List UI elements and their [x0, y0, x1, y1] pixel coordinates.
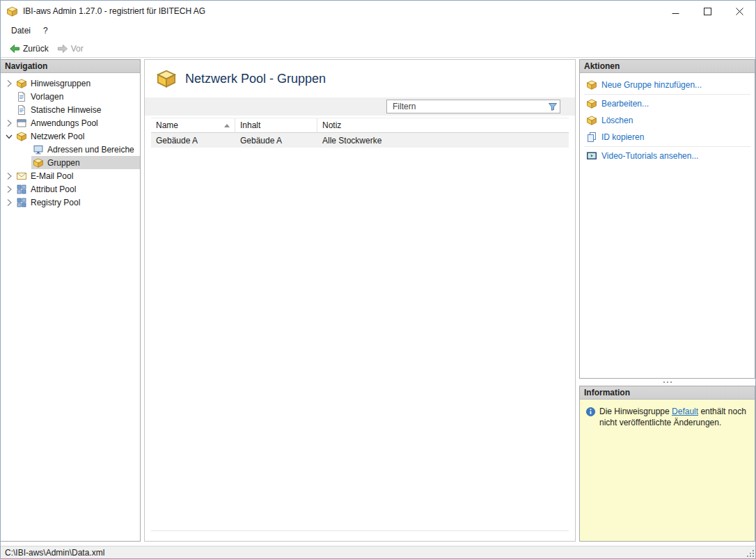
- action-copy-id[interactable]: ID kopieren: [580, 129, 755, 145]
- close-button[interactable]: [723, 1, 755, 22]
- close-icon: [736, 8, 743, 15]
- column-header-inhalt[interactable]: Inhalt: [235, 118, 317, 132]
- content-header: Netzwerk Pool - Gruppen: [145, 60, 575, 97]
- groups-icon: [33, 157, 44, 168]
- splitter-dots-icon: [667, 381, 668, 383]
- sidebar-item-netzwerk-pool[interactable]: Netzwerk Pool: [1, 129, 140, 143]
- chevron-right-icon[interactable]: [3, 184, 15, 195]
- forward-button-label: Vor: [71, 44, 84, 54]
- chevron-right-icon[interactable]: [3, 171, 15, 182]
- sidebar-item-label: Anwendungs Pool: [31, 118, 98, 128]
- sidebar-item-label: Gruppen: [47, 158, 80, 168]
- action-delete[interactable]: Löschen: [580, 112, 755, 129]
- content-panel: Netzwerk Pool - Gruppen Name Inhalt: [144, 59, 576, 542]
- actions-list: Neue Gruppe hinzufügen... Bearbeiten... …: [580, 73, 755, 164]
- window-controls: [659, 1, 755, 22]
- information-text-before: Die Hinweisgruppe: [599, 407, 672, 416]
- column-header-label: Inhalt: [240, 120, 260, 130]
- table-header-row: Name Inhalt Notiz: [151, 118, 569, 133]
- action-video-tutorials[interactable]: Video-Tutorials ansehen...: [580, 148, 755, 164]
- app-window: IBI-aws Admin 1.27.0 - registriert für I…: [0, 0, 756, 559]
- video-tutorials-icon: [586, 150, 597, 162]
- page-title: Netzwerk Pool - Gruppen: [185, 72, 326, 86]
- network-group-icon: [156, 68, 177, 89]
- sidebar-item-anwendungs-pool[interactable]: Anwendungs Pool: [1, 116, 140, 129]
- forward-button[interactable]: Vor: [53, 42, 88, 56]
- statusbar: C:\IBI-aws\Admin\Data.xml: [1, 546, 755, 558]
- attribute-pool-icon: [16, 184, 27, 195]
- chevron-down-icon[interactable]: [3, 131, 15, 142]
- action-label: Video-Tutorials ansehen...: [601, 151, 698, 161]
- chevron-right-icon[interactable]: [3, 197, 15, 208]
- actions-panel: Aktionen Neue Gruppe hinzufügen... Bearb…: [579, 59, 755, 379]
- sidebar-item-label: Registry Pool: [31, 198, 80, 207]
- sidebar-item-attribut-pool[interactable]: Attribut Pool: [1, 182, 140, 196]
- action-label: ID kopieren: [601, 132, 644, 142]
- sidebar-item-label: E-Mail Pool: [31, 171, 73, 181]
- filter-input[interactable]: [386, 100, 560, 113]
- new-group-icon: [586, 79, 597, 90]
- sidebar-item-gruppen[interactable]: Gruppen: [1, 156, 140, 169]
- filter-box: [386, 100, 560, 113]
- filter-icon[interactable]: [547, 101, 558, 112]
- app-icon: [6, 6, 18, 17]
- filter-bar: [145, 97, 575, 116]
- groups-table: Name Inhalt Notiz Gebäude A Gebäude A Al…: [151, 118, 569, 531]
- addresses-ranges-icon: [33, 144, 44, 155]
- action-label: Löschen: [601, 116, 633, 125]
- statusbar-path: C:\IBI-aws\Admin\Data.xml: [5, 548, 104, 558]
- menu-datei[interactable]: Datei: [5, 23, 37, 38]
- table-row[interactable]: Gebäude A Gebäude A Alle Stockwerke: [151, 133, 569, 148]
- information-body: Die Hinweisgruppe Default enthält noch n…: [580, 400, 755, 541]
- cell-notiz: Alle Stockwerke: [317, 133, 569, 148]
- static-notices-icon: [16, 104, 27, 116]
- action-new-group[interactable]: Neue Gruppe hinzufügen...: [580, 77, 755, 93]
- sidebar-item-vorlagen[interactable]: Vorlagen: [1, 90, 140, 103]
- workspace: Navigation Hinweisgruppen Vorlagen: [1, 58, 755, 546]
- forward-arrow-icon: [57, 43, 68, 54]
- panel-splitter[interactable]: [579, 379, 755, 386]
- copy-id-icon: [586, 132, 597, 143]
- network-pool-icon: [16, 131, 27, 142]
- maximize-button[interactable]: [691, 1, 723, 22]
- sidebar-item-label: Statische Hinweise: [31, 105, 101, 115]
- resize-grip-icon[interactable]: [747, 550, 754, 557]
- column-header-notiz[interactable]: Notiz: [317, 118, 569, 132]
- cell-name: Gebäude A: [151, 133, 235, 148]
- sidebar-item-hinweisgruppen[interactable]: Hinweisgruppen: [1, 77, 140, 90]
- navigation-tree: Hinweisgruppen Vorlagen Statische Hinwei…: [1, 73, 140, 209]
- menu-help[interactable]: ?: [37, 23, 54, 38]
- divider: [584, 94, 750, 95]
- action-edit[interactable]: Bearbeiten...: [580, 95, 755, 112]
- column-header-label: Name: [156, 120, 178, 130]
- info-icon: [585, 407, 596, 417]
- sidebar-item-label: Vorlagen: [31, 92, 63, 102]
- sidebar-item-label: Attribut Pool: [31, 184, 76, 194]
- sidebar-item-label: Adressen und Bereiche: [47, 145, 134, 155]
- window-title: IBI-aws Admin 1.27.0 - registriert für I…: [23, 6, 659, 16]
- notice-groups-icon: [16, 78, 27, 89]
- chevron-right-icon[interactable]: [3, 78, 15, 89]
- application-pool-icon: [16, 118, 27, 129]
- default-group-link[interactable]: Default: [672, 407, 698, 416]
- chevron-right-icon[interactable]: [3, 118, 15, 129]
- column-header-name[interactable]: Name: [151, 118, 235, 132]
- titlebar: IBI-aws Admin 1.27.0 - registriert für I…: [1, 1, 755, 22]
- sidebar-item-email-pool[interactable]: E-Mail Pool: [1, 169, 140, 182]
- navigation-panel-header: Navigation: [1, 60, 140, 73]
- cell-inhalt: Gebäude A: [235, 133, 317, 148]
- right-column: Aktionen Neue Gruppe hinzufügen... Bearb…: [579, 59, 755, 542]
- registry-pool-icon: [16, 197, 27, 208]
- sidebar-item-registry-pool[interactable]: Registry Pool: [1, 196, 140, 209]
- action-label: Neue Gruppe hinzufügen...: [601, 80, 702, 90]
- sidebar-item-adressen-und-bereiche[interactable]: Adressen und Bereiche: [1, 143, 140, 156]
- back-button[interactable]: Zurück: [5, 42, 53, 56]
- maximize-icon: [704, 8, 711, 15]
- navigation-panel: Navigation Hinweisgruppen Vorlagen: [1, 59, 141, 542]
- sidebar-item-label: Netzwerk Pool: [31, 132, 84, 141]
- back-arrow-icon: [9, 43, 20, 54]
- sidebar-item-label: Hinweisgruppen: [31, 79, 90, 88]
- sidebar-item-statische-hinweise[interactable]: Statische Hinweise: [1, 103, 140, 116]
- toolbar: Zurück Vor: [1, 40, 755, 58]
- minimize-button[interactable]: [659, 1, 691, 22]
